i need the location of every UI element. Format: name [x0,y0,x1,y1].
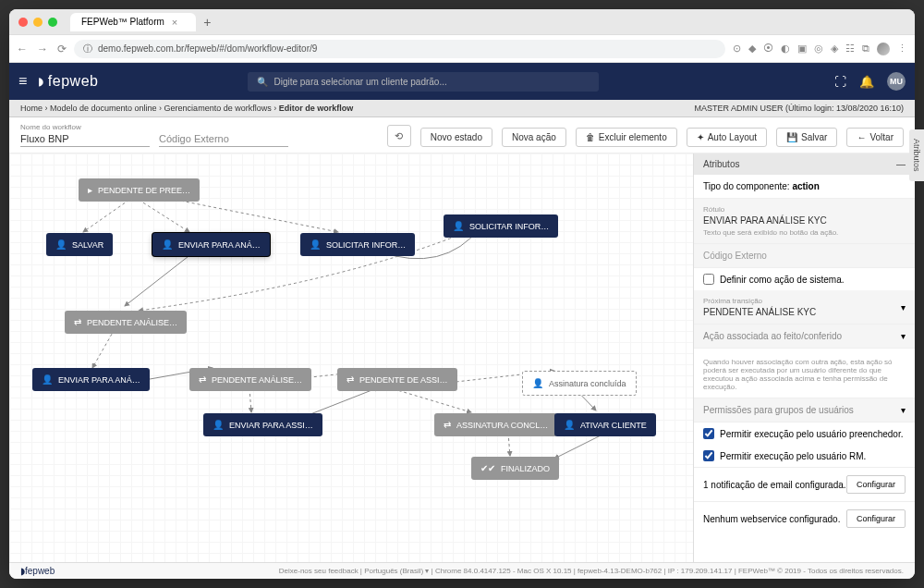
node-pendente-analise-2[interactable]: ⇄PENDENTE ANÁLISE… [189,368,311,391]
panel-title: Atributos [703,159,739,169]
hamburger-menu-icon[interactable]: ≡ [18,73,27,90]
node-pendente-analise[interactable]: ⇄PENDENTE ANÁLISE… [65,311,187,334]
ext-icon[interactable]: ▣ [797,43,807,55]
rotulo-input[interactable]: ENVIAR PARA ANÁLISE KYC [703,215,906,226]
allow-rm-row: Permitir execução pelo usuário RM. [694,445,915,467]
node-enviar-analise-2[interactable]: 👤ENVIAR PARA ANÁ… [32,368,150,391]
person-icon: 👤 [532,378,543,388]
forward-icon[interactable]: → [37,43,48,55]
person-icon: 👤 [42,374,53,385]
node-assinatura-concluida[interactable]: 👤Assinatura concluída [522,371,637,396]
system-action-checkbox[interactable] [703,274,714,285]
chevron-down-icon: ▾ [901,302,906,312]
browser-tab[interactable]: FEPWeb™ Platform × [70,13,196,31]
footer-logo: ◗fepweb [20,566,55,576]
person-icon: 👤 [162,239,173,250]
play-icon: ▸ [88,185,92,195]
allow-rm-checkbox[interactable] [703,450,714,461]
check-all-icon: ✔✔ [480,463,495,473]
ext-icon[interactable]: ⊙ [733,43,741,55]
node-finalizado[interactable]: ✔✔FINALIZADO [471,457,559,480]
collapse-icon[interactable]: — [896,159,906,169]
next-transition-dropdown[interactable]: Próxima transição PENDENTE ANÁLISE KYC ▾ [694,290,915,325]
back-icon[interactable]: ← [17,43,28,55]
header-right: ⛶ 🔔 MU [834,72,906,91]
external-code-field [159,131,288,147]
component-type-row: Tipo do componente: action [694,175,915,199]
ext-icon[interactable]: ⧉ [862,43,869,55]
ext-icon[interactable]: ◎ [814,43,823,55]
attributes-panel: Atributos — Tipo do componente: action R… [693,153,915,562]
rotulo-hint: Texto que será exibido no botão da ação. [703,228,906,237]
workflow-name-input[interactable] [20,131,150,147]
node-pendente-assi[interactable]: ⇄PENDENTE DE ASSI… [337,368,457,391]
configure-webservice-button[interactable]: Configurar [846,509,906,528]
associated-action-dropdown[interactable]: Ação associada ao feito/conferido ▾ [694,325,915,349]
ext-icon[interactable]: ⦿ [763,43,773,55]
menu-icon[interactable]: ⋮ [897,43,907,55]
main-area: ▸PENDENTE DE PREE… 👤SALVAR 👤ENVIAR PARA … [9,153,915,562]
close-window-icon[interactable] [18,18,28,27]
app-header: ≡ fepweb 🔍 Digite para selecionar um cli… [9,63,915,100]
ext-icon[interactable]: ☷ [845,43,855,55]
browser-window: FEPWeb™ Platform × + ← → ⟳ ⓘ demo.fepweb… [9,9,915,579]
app-logo[interactable]: fepweb [38,73,98,90]
maximize-window-icon[interactable] [48,18,57,27]
node-ativar-cliente[interactable]: 👤ATIVAR CLIENTE [554,413,656,436]
ext-icon[interactable]: ◐ [781,43,790,55]
codigo-externo-section[interactable]: Código Externo [694,244,915,268]
node-solicitar-infor-2[interactable]: 👤SOLICITAR INFOR… [444,214,558,238]
field-label: Nome do workflow [20,123,150,131]
swap-icon: ⇄ [74,317,81,327]
back-arrow-icon: ← [857,132,866,142]
breadcrumb[interactable]: Home › Modelo de documento online › Gere… [20,104,353,113]
new-tab-button[interactable]: + [203,15,211,30]
person-icon: 👤 [453,221,464,231]
link-icon-button[interactable]: ⟲ [387,125,411,147]
person-icon: 👤 [310,239,321,250]
delete-element-button[interactable]: 🗑Excluir elemento [576,128,677,147]
ext-icon[interactable]: ◈ [831,43,838,55]
new-state-button[interactable]: Novo estado [420,128,492,147]
site-info-icon[interactable]: ⓘ [83,43,92,55]
breadcrumb-bar: Home › Modelo de documento online › Gere… [9,100,915,117]
node-assinatura-concl[interactable]: ⇄ASSINATURA CONCL… [434,413,557,436]
client-search-input[interactable]: 🔍 Digite para selecionar um cliente padr… [248,72,599,92]
url-text: demo.fepweb.com.br/fepweb/#/dom/workflow… [98,43,317,54]
node-enviar-assi[interactable]: 👤ENVIAR PARA ASSI… [203,413,322,436]
new-action-button[interactable]: Nova ação [502,128,566,147]
workflow-canvas[interactable]: ▸PENDENTE DE PREE… 👤SALVAR 👤ENVIAR PARA … [9,153,693,562]
permissions-dropdown[interactable]: Permissões para grupos de usuários ▾ [694,398,915,423]
trash-icon: 🗑 [586,132,595,142]
rotulo-label: Rótulo [703,205,906,214]
node-pendente-pre[interactable]: ▸PENDENTE DE PREE… [79,178,200,202]
search-icon: 🔍 [257,77,268,87]
nav-controls: ← → ⟳ [17,43,67,55]
swap-icon: ⇄ [444,420,451,430]
ext-icon[interactable]: ◆ [748,43,756,55]
close-tab-icon[interactable]: × [172,17,177,28]
save-button[interactable]: 💾Salvar [776,128,837,147]
rotulo-section: Rótulo ENVIAR PARA ANÁLISE KYC Texto que… [694,199,915,244]
tab-title: FEPWeb™ Platform [81,17,164,27]
panel-header: Atributos — [694,153,915,175]
node-solicitar-infor[interactable]: 👤SOLICITAR INFOR… [300,233,415,256]
user-badge[interactable]: MU [887,72,906,91]
save-icon: 💾 [786,132,797,142]
auto-layout-button[interactable]: ✦Auto Layout [687,128,767,147]
allow-preenchedor-checkbox[interactable] [703,428,714,439]
minimize-window-icon[interactable] [33,18,43,27]
profile-avatar-icon[interactable] [877,43,890,55]
node-enviar-analise[interactable]: 👤ENVIAR PARA ANÁ… [152,233,270,256]
external-code-input[interactable] [159,131,288,147]
configure-email-button[interactable]: Configurar [846,475,906,494]
back-button[interactable]: ←Voltar [846,128,904,147]
url-field[interactable]: ⓘ demo.fepweb.com.br/fepweb/#/dom/workfl… [74,40,725,58]
allow-preenchedor-row: Permitir execução pelo usuário preenched… [694,423,915,445]
node-salvar[interactable]: 👤SALVAR [46,233,113,256]
reload-icon[interactable]: ⟳ [57,43,67,55]
fullscreen-icon[interactable]: ⛶ [834,75,846,89]
attributes-side-tab[interactable]: Atributos [909,153,915,181]
bell-icon[interactable]: 🔔 [859,75,874,89]
toolbar: Nome do workflow ⟲ Novo estado Nova ação… [9,117,915,153]
